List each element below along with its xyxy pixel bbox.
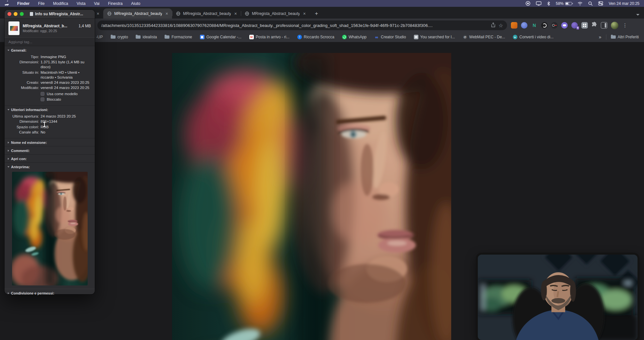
checkbox-icon[interactable]	[41, 97, 44, 101]
section-ulteriori-informazioni: Ulteriori informazioni: Ultima apertura:…	[5, 106, 95, 138]
commenti-disclosure[interactable]: Commenti:	[5, 146, 95, 154]
share-icon[interactable]	[491, 22, 495, 28]
browser-toolbar: /attachments/1013512335442333816/1088906…	[0, 19, 644, 32]
globe-favicon-icon	[107, 11, 112, 16]
other-favorites-folder[interactable]: Altri Preferiti	[611, 35, 639, 39]
folder-icon	[136, 35, 141, 39]
chevron-down-icon	[7, 50, 9, 51]
generali-disclosure[interactable]: Generali:	[5, 46, 95, 54]
webcam-overlay	[478, 255, 638, 340]
bookmark-star-icon[interactable]: ☆	[499, 22, 503, 29]
bookmarks-overflow-chevrons[interactable]: »	[599, 34, 601, 40]
new-tab-button[interactable]: +	[312, 8, 321, 19]
blue-wave-extension-icon[interactable]	[521, 22, 527, 29]
tab-image-2[interactable]: MRregista_Abstract_beauty._ ×	[172, 8, 241, 19]
chevron-down-icon	[7, 166, 9, 168]
display-menu-icon[interactable]	[536, 1, 541, 6]
menu-item-finestra[interactable]: Finestra	[108, 1, 123, 6]
menu-item-aiuto[interactable]: Aiuto	[131, 1, 141, 6]
apri-con-disclosure[interactable]: Apri con:	[5, 155, 95, 162]
bookmark-whatsapp[interactable]: WhatsApp	[342, 35, 366, 39]
facebook-icon: f	[297, 35, 302, 39]
tab-image-3[interactable]: MRregista_Abstract_beauty._ ×	[241, 8, 310, 19]
checkbox-icon[interactable]	[41, 92, 44, 96]
url-text[interactable]: /attachments/1013512335442333816/1088906…	[101, 23, 488, 28]
browser-menu-kebab-icon[interactable]: ⋮	[622, 22, 628, 28]
bookmark-you-searched[interactable]: You searched for I...	[414, 35, 455, 39]
checkbox-usa-come-modello[interactable]: Usa come modello	[41, 92, 91, 96]
battery-indicator[interactable]: 58%	[556, 1, 572, 6]
bluetooth-icon[interactable]	[547, 1, 550, 6]
tab-close-icon[interactable]: ×	[233, 11, 238, 16]
webmail-icon: @	[463, 35, 467, 39]
tag-field-wrap	[5, 37, 95, 46]
purple-cloud-extension-icon[interactable]	[561, 22, 568, 29]
bookmark-folder-crypto[interactable]: crypto	[111, 35, 128, 39]
convert-video-icon: ▸	[513, 35, 517, 39]
password-key-extension-icon[interactable]	[551, 22, 558, 29]
bookmark-gmail-inbox[interactable]: MPosta in arrivo - ri...	[249, 35, 290, 39]
section-condivisione-permessi: Condivisione e permessi:	[5, 289, 95, 297]
battery-icon	[565, 2, 572, 5]
menu-item-modifica[interactable]: Modifica	[53, 1, 68, 6]
section-generali: Generali: Tipo:Immagine PNG Dimensioni:1…	[5, 46, 95, 106]
bookmark-converti-video[interactable]: ▸Converti i video di...	[513, 35, 553, 39]
address-bar[interactable]: /attachments/1013512335442333816/1088906…	[97, 20, 507, 30]
sidebar-toggle-icon[interactable]	[601, 22, 607, 29]
hero-image[interactable]	[172, 53, 451, 340]
chevron-right-icon	[8, 142, 9, 144]
extensions-row: N 5 ⋮	[511, 22, 628, 29]
google-calendar-icon	[200, 35, 204, 39]
menu-item-vista[interactable]: Vista	[77, 1, 86, 6]
tab-image-1-active[interactable]: MRregista_Abstract_beauty._ ×	[103, 8, 172, 19]
tab-close-icon[interactable]: ×	[302, 11, 307, 16]
bookmarks-divider	[606, 34, 606, 40]
control-center-icon[interactable]	[598, 1, 603, 6]
bookmark-folder-formazione[interactable]: Formazione	[165, 35, 192, 39]
menu-item-finder[interactable]: Finder	[17, 1, 30, 6]
anteprima-disclosure[interactable]: Anteprima:	[5, 163, 95, 170]
nome-estensione-disclosure[interactable]: Nome ed estensione:	[5, 138, 95, 146]
wifi-icon[interactable]	[577, 2, 583, 6]
menu-item-file[interactable]: File	[38, 1, 44, 6]
extensions-puzzle-icon[interactable]	[591, 22, 597, 29]
folder-icon	[165, 35, 169, 39]
minimize-traffic-light[interactable]	[14, 12, 18, 16]
grid-extension-icon[interactable]	[581, 22, 588, 29]
menu-item-vai[interactable]: Vai	[94, 1, 99, 6]
dark-circle-extension-icon[interactable]	[541, 22, 548, 29]
bookmark-facebook-profile[interactable]: fRiccardo Scrocca	[297, 35, 334, 39]
macos-menu-bar: Finder File Modifica Vista Vai Finestra …	[0, 0, 644, 7]
zoom-traffic-light[interactable]	[20, 12, 24, 16]
info-window-titlebar[interactable]: Info su MRregista_Abstr...	[5, 10, 95, 19]
spotlight-search-icon[interactable]	[588, 1, 593, 6]
close-traffic-light[interactable]	[7, 12, 11, 16]
ai-portrait-artwork	[172, 53, 451, 340]
section-anteprima: Anteprima:	[5, 163, 95, 289]
info-window-title: Info su MRregista_Abstr...	[30, 12, 83, 16]
nightly-extension-icon[interactable]: N	[531, 22, 538, 29]
ulteriori-disclosure[interactable]: Ulteriori informazioni:	[5, 106, 95, 113]
preview-image[interactable]	[5, 170, 95, 289]
section-commenti: Commenti:	[5, 146, 95, 155]
bookmark-folder-idealista[interactable]: idealista	[136, 35, 157, 39]
folder-icon	[611, 35, 616, 39]
file-name: MRregista_Abstract_b...	[23, 24, 77, 28]
tab-close-icon[interactable]: ×	[165, 11, 169, 16]
bookmark-creator-studio[interactable]: ∞Creator Studio	[374, 35, 406, 39]
info-row: Dimensioni:1.371.351 byte (1,4 MB su dis…	[8, 60, 91, 69]
condivisione-disclosure[interactable]: Condivisione e permessi:	[5, 289, 95, 297]
metamask-extension-icon[interactable]	[511, 22, 517, 29]
profile-avatar[interactable]	[611, 22, 618, 29]
bookmark-webmail-pec[interactable]: @WebMail PEC - De...	[463, 35, 505, 39]
bookmark-google-calendar[interactable]: Google Calendar -...	[200, 35, 242, 39]
bookmark-up[interactable]: -UP	[96, 35, 103, 39]
add-tags-input[interactable]	[8, 40, 91, 44]
menu-bar-clock[interactable]: Ven 24 mar 20:25	[609, 1, 639, 6]
apple-menu-icon[interactable]	[5, 1, 9, 6]
window-chevron-down-icon[interactable]	[636, 14, 639, 16]
screen-record-icon[interactable]	[526, 1, 530, 6]
checkbox-bloccato[interactable]: Bloccato	[41, 97, 91, 101]
tab-close-icon[interactable]: ×	[96, 11, 100, 16]
purple-extension-icon[interactable]: 5	[571, 22, 578, 29]
